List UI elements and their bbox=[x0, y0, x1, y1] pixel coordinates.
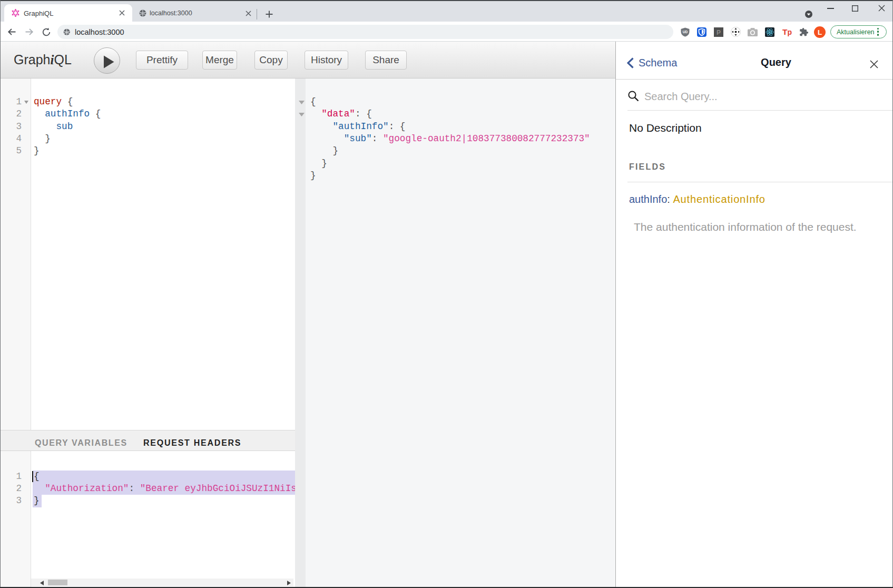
svg-text:UD: UD bbox=[683, 30, 688, 34]
svg-text:P: P bbox=[717, 29, 721, 36]
